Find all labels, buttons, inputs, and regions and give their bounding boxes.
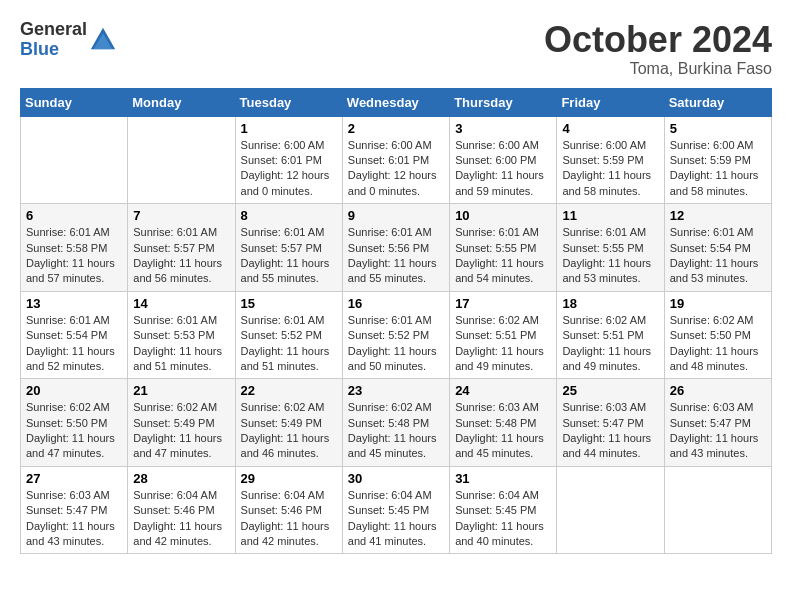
- calendar-cell: 17Sunrise: 6:02 AMSunset: 5:51 PMDayligh…: [450, 291, 557, 379]
- calendar-table: SundayMondayTuesdayWednesdayThursdayFrid…: [20, 88, 772, 555]
- day-number: 21: [133, 383, 229, 398]
- cell-info: Sunrise: 6:03 AMSunset: 5:47 PMDaylight:…: [26, 488, 122, 550]
- calendar-header-sunday: Sunday: [21, 88, 128, 116]
- cell-info: Sunrise: 6:04 AMSunset: 5:46 PMDaylight:…: [241, 488, 337, 550]
- calendar-week-4: 20Sunrise: 6:02 AMSunset: 5:50 PMDayligh…: [21, 379, 772, 467]
- calendar-cell: 28Sunrise: 6:04 AMSunset: 5:46 PMDayligh…: [128, 466, 235, 554]
- calendar-week-1: 1Sunrise: 6:00 AMSunset: 6:01 PMDaylight…: [21, 116, 772, 204]
- calendar-cell: 7Sunrise: 6:01 AMSunset: 5:57 PMDaylight…: [128, 204, 235, 292]
- day-number: 23: [348, 383, 444, 398]
- calendar-cell: [557, 466, 664, 554]
- calendar-cell: 13Sunrise: 6:01 AMSunset: 5:54 PMDayligh…: [21, 291, 128, 379]
- cell-info: Sunrise: 6:01 AMSunset: 5:58 PMDaylight:…: [26, 225, 122, 287]
- calendar-week-3: 13Sunrise: 6:01 AMSunset: 5:54 PMDayligh…: [21, 291, 772, 379]
- calendar-cell: 14Sunrise: 6:01 AMSunset: 5:53 PMDayligh…: [128, 291, 235, 379]
- cell-info: Sunrise: 6:01 AMSunset: 5:57 PMDaylight:…: [241, 225, 337, 287]
- cell-info: Sunrise: 6:01 AMSunset: 5:57 PMDaylight:…: [133, 225, 229, 287]
- calendar-cell: 23Sunrise: 6:02 AMSunset: 5:48 PMDayligh…: [342, 379, 449, 467]
- cell-info: Sunrise: 6:00 AMSunset: 6:00 PMDaylight:…: [455, 138, 551, 200]
- day-number: 28: [133, 471, 229, 486]
- cell-info: Sunrise: 6:04 AMSunset: 5:46 PMDaylight:…: [133, 488, 229, 550]
- day-number: 27: [26, 471, 122, 486]
- calendar-cell: 12Sunrise: 6:01 AMSunset: 5:54 PMDayligh…: [664, 204, 771, 292]
- day-number: 25: [562, 383, 658, 398]
- calendar-week-5: 27Sunrise: 6:03 AMSunset: 5:47 PMDayligh…: [21, 466, 772, 554]
- cell-info: Sunrise: 6:02 AMSunset: 5:49 PMDaylight:…: [241, 400, 337, 462]
- day-number: 4: [562, 121, 658, 136]
- cell-info: Sunrise: 6:02 AMSunset: 5:51 PMDaylight:…: [562, 313, 658, 375]
- day-number: 1: [241, 121, 337, 136]
- calendar-cell: 2Sunrise: 6:00 AMSunset: 6:01 PMDaylight…: [342, 116, 449, 204]
- calendar-cell: 5Sunrise: 6:00 AMSunset: 5:59 PMDaylight…: [664, 116, 771, 204]
- calendar-cell: 25Sunrise: 6:03 AMSunset: 5:47 PMDayligh…: [557, 379, 664, 467]
- day-number: 7: [133, 208, 229, 223]
- calendar-cell: 22Sunrise: 6:02 AMSunset: 5:49 PMDayligh…: [235, 379, 342, 467]
- calendar-cell: [128, 116, 235, 204]
- day-number: 26: [670, 383, 766, 398]
- day-number: 30: [348, 471, 444, 486]
- cell-info: Sunrise: 6:02 AMSunset: 5:48 PMDaylight:…: [348, 400, 444, 462]
- cell-info: Sunrise: 6:00 AMSunset: 6:01 PMDaylight:…: [348, 138, 444, 200]
- day-number: 16: [348, 296, 444, 311]
- day-number: 14: [133, 296, 229, 311]
- calendar-cell: 18Sunrise: 6:02 AMSunset: 5:51 PMDayligh…: [557, 291, 664, 379]
- calendar-cell: [664, 466, 771, 554]
- logo-icon: [89, 26, 117, 54]
- day-number: 15: [241, 296, 337, 311]
- calendar-header: SundayMondayTuesdayWednesdayThursdayFrid…: [21, 88, 772, 116]
- day-number: 31: [455, 471, 551, 486]
- day-number: 10: [455, 208, 551, 223]
- calendar-cell: 8Sunrise: 6:01 AMSunset: 5:57 PMDaylight…: [235, 204, 342, 292]
- logo: General Blue: [20, 20, 117, 60]
- calendar-header-friday: Friday: [557, 88, 664, 116]
- calendar-cell: 9Sunrise: 6:01 AMSunset: 5:56 PMDaylight…: [342, 204, 449, 292]
- cell-info: Sunrise: 6:01 AMSunset: 5:53 PMDaylight:…: [133, 313, 229, 375]
- cell-info: Sunrise: 6:02 AMSunset: 5:50 PMDaylight:…: [26, 400, 122, 462]
- day-number: 11: [562, 208, 658, 223]
- main-title: October 2024: [544, 20, 772, 60]
- day-number: 3: [455, 121, 551, 136]
- calendar-cell: 29Sunrise: 6:04 AMSunset: 5:46 PMDayligh…: [235, 466, 342, 554]
- cell-info: Sunrise: 6:01 AMSunset: 5:54 PMDaylight:…: [26, 313, 122, 375]
- calendar-cell: 1Sunrise: 6:00 AMSunset: 6:01 PMDaylight…: [235, 116, 342, 204]
- calendar-cell: 24Sunrise: 6:03 AMSunset: 5:48 PMDayligh…: [450, 379, 557, 467]
- calendar-cell: 16Sunrise: 6:01 AMSunset: 5:52 PMDayligh…: [342, 291, 449, 379]
- calendar-cell: 30Sunrise: 6:04 AMSunset: 5:45 PMDayligh…: [342, 466, 449, 554]
- calendar-header-tuesday: Tuesday: [235, 88, 342, 116]
- day-number: 29: [241, 471, 337, 486]
- cell-info: Sunrise: 6:03 AMSunset: 5:48 PMDaylight:…: [455, 400, 551, 462]
- day-number: 22: [241, 383, 337, 398]
- calendar-cell: 21Sunrise: 6:02 AMSunset: 5:49 PMDayligh…: [128, 379, 235, 467]
- calendar-cell: 10Sunrise: 6:01 AMSunset: 5:55 PMDayligh…: [450, 204, 557, 292]
- calendar-cell: 26Sunrise: 6:03 AMSunset: 5:47 PMDayligh…: [664, 379, 771, 467]
- cell-info: Sunrise: 6:00 AMSunset: 6:01 PMDaylight:…: [241, 138, 337, 200]
- calendar-week-2: 6Sunrise: 6:01 AMSunset: 5:58 PMDaylight…: [21, 204, 772, 292]
- calendar-cell: 6Sunrise: 6:01 AMSunset: 5:58 PMDaylight…: [21, 204, 128, 292]
- cell-info: Sunrise: 6:00 AMSunset: 5:59 PMDaylight:…: [670, 138, 766, 200]
- logo-general: General: [20, 20, 87, 40]
- cell-info: Sunrise: 6:01 AMSunset: 5:52 PMDaylight:…: [241, 313, 337, 375]
- calendar-cell: 27Sunrise: 6:03 AMSunset: 5:47 PMDayligh…: [21, 466, 128, 554]
- calendar-cell: 15Sunrise: 6:01 AMSunset: 5:52 PMDayligh…: [235, 291, 342, 379]
- cell-info: Sunrise: 6:03 AMSunset: 5:47 PMDaylight:…: [670, 400, 766, 462]
- day-number: 9: [348, 208, 444, 223]
- calendar-cell: 31Sunrise: 6:04 AMSunset: 5:45 PMDayligh…: [450, 466, 557, 554]
- cell-info: Sunrise: 6:01 AMSunset: 5:55 PMDaylight:…: [455, 225, 551, 287]
- calendar-header-saturday: Saturday: [664, 88, 771, 116]
- cell-info: Sunrise: 6:02 AMSunset: 5:51 PMDaylight:…: [455, 313, 551, 375]
- day-number: 18: [562, 296, 658, 311]
- cell-info: Sunrise: 6:03 AMSunset: 5:47 PMDaylight:…: [562, 400, 658, 462]
- calendar-cell: [21, 116, 128, 204]
- calendar-header-monday: Monday: [128, 88, 235, 116]
- calendar-cell: 19Sunrise: 6:02 AMSunset: 5:50 PMDayligh…: [664, 291, 771, 379]
- cell-info: Sunrise: 6:01 AMSunset: 5:52 PMDaylight:…: [348, 313, 444, 375]
- calendar-cell: 20Sunrise: 6:02 AMSunset: 5:50 PMDayligh…: [21, 379, 128, 467]
- logo-blue: Blue: [20, 40, 87, 60]
- day-number: 24: [455, 383, 551, 398]
- cell-info: Sunrise: 6:04 AMSunset: 5:45 PMDaylight:…: [455, 488, 551, 550]
- day-number: 2: [348, 121, 444, 136]
- day-number: 6: [26, 208, 122, 223]
- day-number: 20: [26, 383, 122, 398]
- calendar-cell: 11Sunrise: 6:01 AMSunset: 5:55 PMDayligh…: [557, 204, 664, 292]
- cell-info: Sunrise: 6:02 AMSunset: 5:50 PMDaylight:…: [670, 313, 766, 375]
